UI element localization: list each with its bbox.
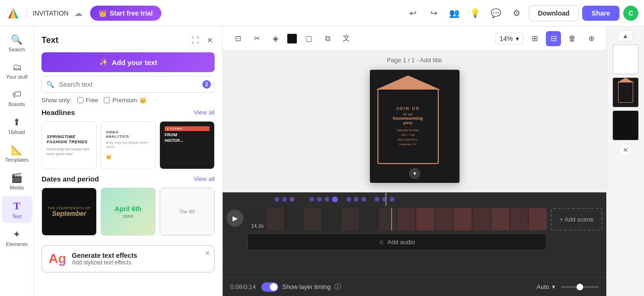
- speed-slider[interactable]: [561, 286, 599, 288]
- timeline-dot[interactable]: [290, 197, 294, 202]
- sidebar-item-templates[interactable]: 📐 Templates: [2, 140, 32, 166]
- view-all-headlines[interactable]: View all: [193, 109, 215, 116]
- zoom-control[interactable]: 14% ▾: [495, 33, 523, 45]
- present-button[interactable]: ⊟: [546, 31, 561, 46]
- undo-button[interactable]: ↩: [404, 5, 421, 22]
- canvas-column: ⊡ ✂ ◈ ▢ ⧉ 文 14% ▾ ⊞ ⊟ 🗑 ⊕ Page 1 / 1 - A…: [223, 26, 606, 296]
- folder-icon: 🗂: [12, 62, 22, 73]
- sidebar-item-label: Templates: [5, 157, 28, 163]
- generate-subtitle: Add stylized text effects: [72, 259, 137, 266]
- view-all-dates[interactable]: View all: [193, 175, 215, 182]
- tips-button[interactable]: 💡: [467, 5, 484, 22]
- sidebar-item-search[interactable]: 🔍 Search: [2, 30, 32, 56]
- avatar[interactable]: C: [623, 6, 638, 21]
- search-bar: 🔍 2: [42, 76, 215, 93]
- text-panel: Text ⛶ ✕ ✨ Add your text 🔍 2 Show only: …: [34, 26, 223, 296]
- layer-timing-label: Show layer timing: [282, 283, 331, 290]
- add-text-button[interactable]: ✨ Add your text: [42, 52, 215, 72]
- upload-icon: ⬆: [13, 116, 21, 128]
- headline-card-1[interactable]: SPRINGTIMEFASHION TRENDS Article body te…: [42, 121, 97, 169]
- date-card-2[interactable]: April 6th 20XX: [100, 188, 156, 236]
- timeline-dot[interactable]: [275, 197, 279, 202]
- dates-grid: THE FOURTEENTH OF September April 6th 20…: [42, 188, 215, 236]
- add-button[interactable]: ⊕: [584, 31, 599, 46]
- comment-icon: 💬: [491, 8, 501, 18]
- sidebar-item-media[interactable]: 🎬 Media: [2, 168, 32, 194]
- canvas-scroll-down[interactable]: ▾: [409, 168, 420, 179]
- sidebar-item-label: Upload: [8, 129, 25, 135]
- apps-icon: ⚙: [513, 8, 520, 18]
- color-picker[interactable]: [287, 33, 297, 44]
- date-card-3[interactable]: The 4th: [159, 188, 215, 236]
- timeline-dot[interactable]: [317, 197, 322, 202]
- sidebar-item-label: Elements: [6, 241, 28, 247]
- translate-button[interactable]: 文: [339, 31, 354, 46]
- add-scene-button[interactable]: + Add scene: [551, 208, 602, 230]
- headline-card-3[interactable]: 8 ICONIC FROMHISTOF...: [159, 121, 215, 169]
- layer-timing-toggle[interactable]: [261, 282, 278, 292]
- sparkle-icon: ✨: [99, 58, 108, 66]
- info-icon[interactable]: ⓘ: [335, 283, 341, 291]
- timeline-dot[interactable]: [354, 197, 359, 202]
- frame-button[interactable]: ▢: [301, 31, 316, 46]
- timeline-dot[interactable]: [309, 197, 314, 202]
- play-button[interactable]: ▶: [226, 210, 243, 227]
- copy-button[interactable]: ⧉: [320, 31, 335, 46]
- speed-knob: [577, 284, 583, 290]
- topbar-filename: INVITATION: [33, 9, 68, 17]
- timeline-dot[interactable]: [390, 197, 394, 202]
- tips-icon: 💡: [470, 8, 480, 18]
- auto-speed-control[interactable]: Auto ▾: [536, 283, 555, 290]
- topbar-divider: [26, 8, 27, 19]
- section-title: Headlines: [42, 108, 75, 116]
- page-thumb-blank[interactable]: [612, 44, 639, 74]
- date-card-1[interactable]: THE FOURTEENTH OF September: [42, 188, 97, 236]
- download-button[interactable]: Download: [529, 5, 578, 21]
- timeline-dot[interactable]: [325, 197, 329, 202]
- timeline-dot[interactable]: [375, 197, 379, 202]
- search-input[interactable]: [42, 76, 215, 93]
- share-button[interactable]: Share: [582, 6, 619, 21]
- premium-crown-icon: 👑: [139, 97, 147, 104]
- for-our-text: for our: [403, 113, 412, 116]
- close-panel-button[interactable]: ✕: [205, 34, 215, 47]
- crop-button[interactable]: ✂: [249, 31, 264, 46]
- search-icon: 🔍: [11, 34, 23, 45]
- effects-button[interactable]: ◈: [268, 31, 283, 46]
- comments-button[interactable]: 💬: [487, 5, 504, 22]
- sidebar-item-brands[interactable]: 🏷 Brands: [2, 85, 32, 111]
- close-banner-button[interactable]: ✕: [205, 249, 210, 257]
- free-checkbox[interactable]: [77, 97, 84, 103]
- generate-text-effects-banner[interactable]: ✕ Ag Generate text effects Add stylized …: [42, 245, 215, 272]
- grid-view-button[interactable]: ⊞: [527, 31, 542, 46]
- headline-card-2[interactable]: VIDEOANALYTICS Body copy text sample lor…: [100, 121, 156, 169]
- zoom-level: 14%: [500, 35, 513, 42]
- page-thumb-house[interactable]: [612, 77, 639, 107]
- timeline-dot[interactable]: [346, 197, 351, 202]
- headlines-grid: SPRINGTIMEFASHION TRENDS Article body te…: [42, 121, 215, 169]
- redo-button[interactable]: ↪: [425, 5, 442, 22]
- collaborators-button[interactable]: 👥: [446, 5, 463, 22]
- design-content: JOIN US for our housewarming party Satur…: [370, 81, 460, 172]
- premium-filter[interactable]: Premium 👑: [104, 97, 147, 104]
- delete-button[interactable]: 🗑: [565, 31, 580, 46]
- premium-checkbox[interactable]: [104, 97, 110, 103]
- expand-panel-button[interactable]: ⛶: [190, 34, 201, 47]
- timeline-dot[interactable]: [361, 197, 366, 202]
- sidebar-item-your-stuff[interactable]: 🗂 Your stuff: [2, 58, 32, 83]
- page-thumb-black[interactable]: [612, 110, 639, 140]
- sidebar-item-elements[interactable]: ✦ Elements: [2, 225, 32, 251]
- close-right-panel[interactable]: ✕: [619, 143, 632, 156]
- start-trial-button[interactable]: 👑 Start free trial: [90, 6, 161, 21]
- timeline-dot[interactable]: [332, 197, 338, 202]
- design-canvas[interactable]: JOIN US for our housewarming party Satur…: [370, 70, 460, 183]
- video-track[interactable]: 14.3s: [247, 208, 547, 230]
- collapse-right-panel[interactable]: ▲: [618, 30, 633, 41]
- apps-button[interactable]: ⚙: [508, 5, 525, 22]
- add-audio-button[interactable]: ♫ Add audio: [247, 233, 547, 250]
- free-filter[interactable]: Free: [77, 97, 99, 104]
- timeline-dot[interactable]: [282, 197, 287, 202]
- sidebar-item-upload[interactable]: ⬆ Upload: [2, 113, 32, 139]
- align-button[interactable]: ⊡: [230, 31, 245, 46]
- sidebar-item-text[interactable]: T Text: [2, 196, 32, 223]
